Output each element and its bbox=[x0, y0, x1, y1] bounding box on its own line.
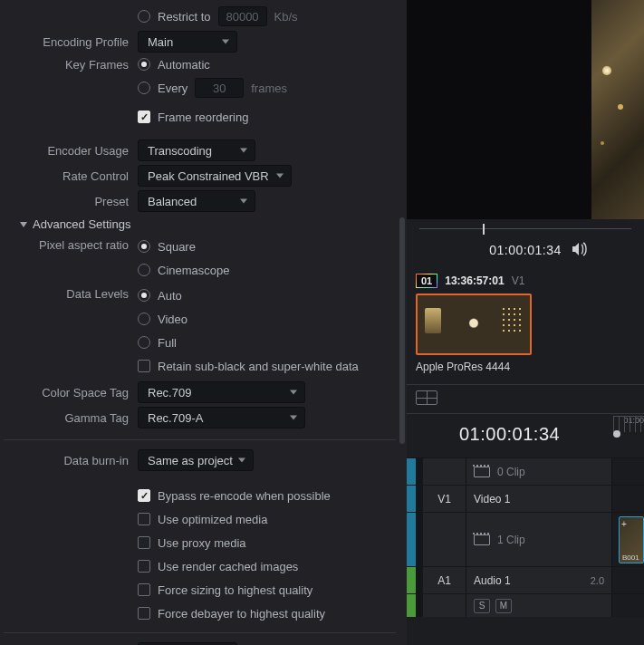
restrict-to-label: Restrict to bbox=[158, 10, 211, 24]
track-header[interactable] bbox=[423, 513, 466, 566]
advanced-settings-label: Advanced Settings bbox=[33, 217, 130, 231]
clip-source-timecode: 13:36:57:01 bbox=[445, 274, 504, 287]
video-clip[interactable]: + B001 bbox=[619, 516, 644, 563]
clip-info-section: 01 13:36:57:01 V1 Apple ProRes 4444 bbox=[407, 266, 644, 385]
video-clip-label: B001 bbox=[622, 554, 639, 562]
playhead-icon[interactable] bbox=[613, 430, 620, 438]
preview-panel: 01:00:01:34 01 13:36:57:01 V1 Apple ProR… bbox=[407, 0, 644, 645]
track-name-a1: Audio 1 bbox=[474, 574, 511, 587]
video-track-edge bbox=[407, 486, 416, 512]
retain-subblack-checkbox[interactable] bbox=[138, 360, 150, 372]
encoder-usage-select[interactable]: Transcoding bbox=[138, 140, 255, 161]
color-space-tag-select[interactable]: Rec.709 bbox=[138, 381, 305, 403]
clip-icon bbox=[474, 534, 490, 545]
bypass-reencode-checkbox[interactable] bbox=[138, 489, 150, 502]
preset-select[interactable]: Balanced bbox=[138, 190, 255, 212]
mute-button[interactable]: M bbox=[495, 599, 512, 613]
track-content[interactable] bbox=[611, 594, 644, 617]
track-content[interactable] bbox=[611, 486, 644, 512]
clip-index-badge[interactable]: 01 bbox=[416, 274, 437, 288]
audio-track-edge bbox=[407, 567, 416, 593]
keyframes-every-radio[interactable] bbox=[138, 82, 150, 94]
timeline-ruler[interactable]: 01:00 bbox=[613, 416, 644, 452]
bypass-reencode-label: Bypass re-encode when possible bbox=[158, 489, 331, 503]
solo-button[interactable]: S bbox=[474, 599, 490, 613]
clip-thumbnail[interactable] bbox=[416, 294, 532, 355]
view-toggle-bar bbox=[407, 385, 644, 414]
force-sizing-label: Force sizing to highest quality bbox=[158, 583, 312, 597]
track-row-v1-clips: 1 Clip + B001 bbox=[407, 512, 644, 566]
track-id-a1[interactable]: A1 bbox=[423, 567, 466, 593]
track-content[interactable] bbox=[611, 458, 644, 485]
scrubber-playhead[interactable] bbox=[483, 224, 485, 235]
pixel-aspect-square-radio[interactable] bbox=[138, 240, 150, 253]
restrict-to-input[interactable]: 80000 bbox=[218, 6, 267, 26]
audio-track-edge bbox=[407, 594, 416, 617]
clip-count-label: 0 Clip bbox=[497, 466, 525, 478]
data-levels-video-radio[interactable] bbox=[138, 313, 150, 325]
data-levels-full-label: Full bbox=[158, 336, 177, 350]
encoding-profile-select[interactable]: Main bbox=[138, 31, 237, 53]
force-debayer-label: Force debayer to highest quality bbox=[158, 607, 325, 621]
track-name-v1: Video 1 bbox=[474, 493, 510, 505]
pixel-aspect-label: Pixel aspect ratio bbox=[4, 236, 138, 252]
preset-label: Preset bbox=[4, 195, 138, 208]
track-content[interactable] bbox=[611, 567, 644, 593]
gamma-tag-label: Gamma Tag bbox=[4, 411, 138, 425]
data-levels-label: Data Levels bbox=[4, 285, 138, 301]
rate-control-select[interactable]: Peak Constrained VBR bbox=[138, 165, 292, 187]
encoding-profile-label: Encoding Profile bbox=[4, 35, 138, 49]
track-header[interactable] bbox=[423, 458, 466, 485]
use-proxy-label: Use proxy media bbox=[158, 536, 246, 550]
encoder-usage-label: Encoder Usage bbox=[4, 144, 138, 158]
track-header[interactable] bbox=[423, 594, 466, 617]
data-levels-full-radio[interactable] bbox=[138, 336, 150, 349]
clip-track-label: V1 bbox=[512, 274, 525, 287]
pixel-aspect-square-label: Square bbox=[158, 240, 196, 254]
scrubber[interactable] bbox=[419, 221, 631, 237]
scrubber-track bbox=[419, 228, 631, 229]
force-debayer-checkbox[interactable] bbox=[138, 607, 150, 620]
keyframes-every-unit: frames bbox=[251, 82, 287, 95]
preview-viewport[interactable] bbox=[407, 0, 644, 219]
pixel-aspect-cinemascope-radio[interactable] bbox=[138, 264, 150, 276]
key-frames-label: Key Frames bbox=[4, 54, 138, 72]
use-render-cached-label: Use render cached images bbox=[158, 560, 298, 573]
use-render-cached-checkbox[interactable] bbox=[138, 560, 150, 573]
clip-codec-label: Apple ProRes 4444 bbox=[416, 361, 635, 373]
data-levels-auto-radio[interactable] bbox=[138, 289, 150, 302]
plus-icon: + bbox=[621, 519, 627, 529]
preview-image bbox=[591, 0, 644, 219]
video-track-edge bbox=[407, 513, 416, 566]
data-levels-video-label: Video bbox=[158, 313, 187, 326]
track-content[interactable]: + B001 bbox=[611, 513, 644, 566]
force-sizing-checkbox[interactable] bbox=[138, 583, 150, 596]
frame-reordering-label: Frame reordering bbox=[158, 111, 248, 124]
track-view-icon[interactable] bbox=[416, 390, 437, 405]
keyframes-every-input[interactable]: 30 bbox=[195, 78, 244, 98]
keyframes-automatic-radio[interactable] bbox=[138, 58, 150, 71]
advanced-settings-header[interactable]: Advanced Settings bbox=[20, 217, 396, 231]
data-levels-auto-label: Auto bbox=[158, 289, 182, 303]
frame-reordering-checkbox[interactable] bbox=[138, 111, 150, 123]
timeline-timecode: 01:00:01:34 bbox=[459, 424, 560, 445]
use-optimized-label: Use optimized media bbox=[158, 513, 267, 526]
use-optimized-checkbox[interactable] bbox=[138, 513, 150, 525]
speaker-icon[interactable] bbox=[572, 242, 588, 259]
keyframes-automatic-label: Automatic bbox=[158, 58, 210, 72]
divider bbox=[4, 439, 396, 440]
track-row-a1: A1 Audio 1 2.0 bbox=[407, 566, 644, 593]
pixel-aspect-cinemascope-label: Cinemascope bbox=[158, 264, 230, 277]
data-burn-in-select[interactable]: Same as project bbox=[138, 449, 254, 471]
scrollbar[interactable] bbox=[399, 217, 405, 444]
track-id-v1[interactable]: V1 bbox=[423, 486, 466, 512]
track-row-a1-controls: S M bbox=[407, 593, 644, 617]
color-space-tag-label: Color Space Tag bbox=[4, 386, 138, 400]
data-burn-in-label: Data burn-in bbox=[4, 454, 138, 467]
track-row-v1: V1 Video 1 bbox=[407, 485, 644, 512]
gamma-tag-select[interactable]: Rec.709-A bbox=[138, 407, 305, 428]
use-proxy-checkbox[interactable] bbox=[138, 536, 150, 549]
restrict-to-radio[interactable] bbox=[138, 10, 150, 23]
timeline-header: 01:00:01:34 01:00 bbox=[407, 414, 644, 457]
chevron-down-icon bbox=[20, 222, 27, 227]
